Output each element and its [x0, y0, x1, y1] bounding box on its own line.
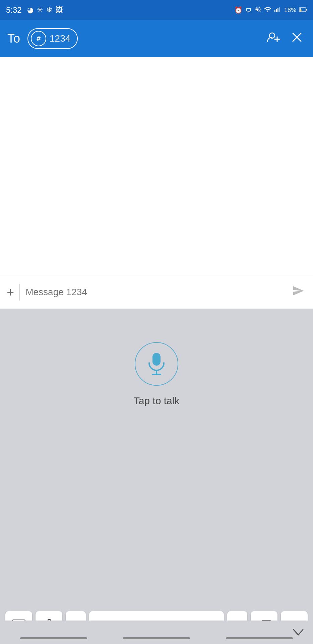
wifi-icon — [264, 6, 271, 15]
header-bar: To # 1234 — [0, 20, 313, 57]
mic-button[interactable] — [135, 342, 178, 386]
svg-rect-1 — [276, 9, 277, 12]
status-time: 5:32 — [6, 5, 22, 15]
attach-button[interactable]: + — [7, 286, 14, 299]
svg-rect-5 — [306, 9, 307, 10]
svg-rect-3 — [279, 7, 280, 12]
signal-icon — [274, 6, 281, 15]
status-bar-right: ⏰ ⯳ 18% ⚡ — [234, 6, 307, 15]
image-icon: 🖼 — [56, 6, 63, 14]
spotify-icon: ◕ — [27, 6, 34, 14]
snowflake-icon: ❄ — [46, 6, 52, 14]
clustering-icon: ✳ — [37, 6, 43, 14]
message-input-bar: + — [0, 275, 313, 309]
nav-indicator-right — [226, 637, 293, 639]
message-area — [0, 57, 313, 275]
keyboard-collapse-button[interactable] — [292, 627, 304, 639]
recipient-number: 1234 — [50, 33, 70, 44]
mute-icon — [255, 6, 261, 14]
nav-indicator-left — [20, 637, 87, 639]
voice-section: Tap to talk — [0, 309, 313, 606]
tap-to-talk-label: Tap to talk — [134, 395, 180, 407]
close-button[interactable] — [288, 29, 306, 49]
send-button[interactable] — [290, 283, 306, 302]
keyboard-area: Tap to talk , EN(US) . — [0, 309, 313, 644]
input-divider — [19, 284, 20, 301]
to-label: To — [7, 32, 20, 46]
alarm-icon: ⏰ — [234, 6, 243, 14]
battery-percentage: 18% — [284, 7, 296, 14]
battery-icon: ⚡ — [299, 6, 307, 14]
status-bar-left: 5:32 ◕ ✳ ❄ 🖼 — [6, 5, 63, 15]
nav-indicator-center — [123, 637, 190, 639]
message-input[interactable] — [25, 287, 285, 298]
nav-bar — [0, 621, 313, 644]
add-contact-button[interactable] — [264, 29, 283, 48]
svg-text:⚡: ⚡ — [300, 9, 302, 12]
recipient-chip[interactable]: # 1234 — [27, 28, 78, 49]
bluetooth-icon: ⯳ — [245, 6, 252, 14]
recipient-hash-icon: # — [31, 31, 46, 46]
status-bar: 5:32 ◕ ✳ ❄ 🖼 ⏰ ⯳ 18% ⚡ — [0, 0, 313, 20]
svg-rect-2 — [277, 8, 278, 12]
svg-rect-13 — [152, 353, 161, 366]
svg-rect-0 — [274, 10, 275, 12]
